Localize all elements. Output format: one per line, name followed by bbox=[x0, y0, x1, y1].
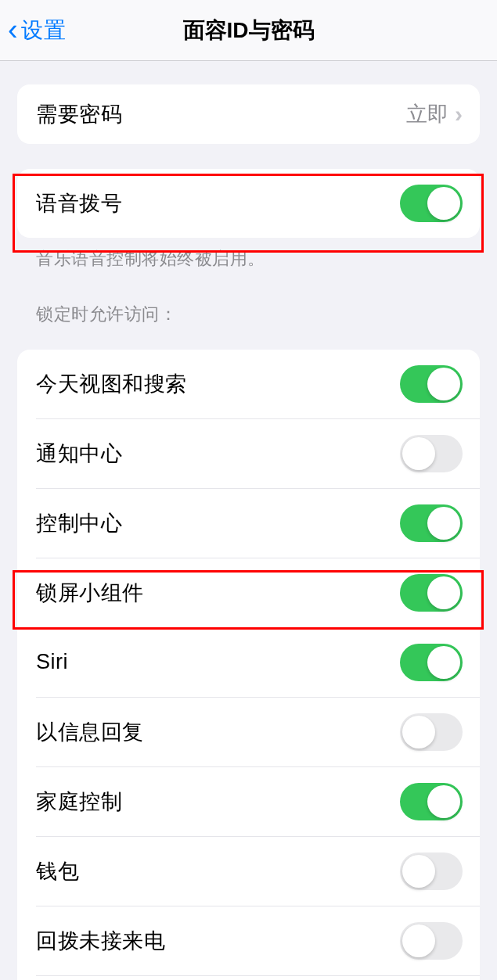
lock-access-toggle[interactable] bbox=[400, 783, 463, 820]
lock-access-toggle[interactable] bbox=[400, 853, 463, 890]
lock-access-label: 回拨未接来电 bbox=[36, 927, 165, 955]
lock-access-label: 家庭控制 bbox=[36, 788, 122, 816]
lock-access-toggle[interactable] bbox=[400, 574, 463, 612]
require-passcode-row[interactable]: 需要密码 立即 › bbox=[17, 84, 480, 144]
lock-access-label: 通知中心 bbox=[36, 440, 122, 468]
navigation-bar: ‹ 设置 面容ID与密码 bbox=[0, 0, 497, 61]
lock-access-row: USB配件 bbox=[36, 975, 480, 980]
lock-access-header: 锁定时允许访问： bbox=[17, 271, 480, 336]
voice-dial-label: 语音拨号 bbox=[36, 189, 122, 217]
lock-access-label: 钱包 bbox=[36, 857, 79, 885]
voice-dial-toggle[interactable] bbox=[400, 185, 463, 222]
chevron-right-icon: › bbox=[455, 101, 463, 127]
lock-access-toggle[interactable] bbox=[400, 435, 463, 472]
lock-access-toggle[interactable] bbox=[400, 713, 463, 751]
lock-access-label: 今天视图和搜索 bbox=[36, 370, 187, 398]
lock-access-toggle[interactable] bbox=[400, 922, 463, 960]
require-passcode-group: 需要密码 立即 › bbox=[17, 84, 480, 144]
voice-dial-group: 语音拨号 bbox=[17, 169, 480, 238]
lock-access-row: 以信息回复 bbox=[36, 697, 480, 766]
chevron-left-icon: ‹ bbox=[8, 13, 18, 47]
back-button[interactable]: ‹ 设置 bbox=[0, 13, 67, 47]
lock-access-label: 控制中心 bbox=[36, 509, 122, 537]
require-passcode-value: 立即 bbox=[406, 100, 448, 128]
require-passcode-label: 需要密码 bbox=[36, 100, 122, 128]
lock-access-row: 控制中心 bbox=[36, 488, 480, 558]
lock-access-toggle[interactable] bbox=[400, 365, 463, 403]
lock-access-row: 通知中心 bbox=[36, 418, 480, 488]
lock-access-row: 今天视图和搜索 bbox=[17, 350, 480, 418]
lock-access-row: 回拨未接来电 bbox=[36, 906, 480, 975]
lock-access-row: Siri bbox=[36, 627, 480, 697]
page-title: 面容ID与密码 bbox=[183, 16, 315, 45]
lock-access-group: 今天视图和搜索通知中心控制中心锁屏小组件Siri以信息回复家庭控制钱包回拨未接来… bbox=[17, 350, 480, 980]
voice-dial-footer: 音乐语音控制将始终被启用。 bbox=[17, 238, 480, 271]
lock-access-label: 锁屏小组件 bbox=[36, 579, 144, 607]
lock-access-toggle[interactable] bbox=[400, 644, 463, 681]
lock-access-row: 锁屏小组件 bbox=[36, 558, 480, 627]
lock-access-toggle[interactable] bbox=[400, 504, 463, 542]
lock-access-label: Siri bbox=[36, 650, 68, 674]
voice-dial-row: 语音拨号 bbox=[17, 169, 480, 238]
back-label: 设置 bbox=[21, 16, 67, 45]
row-value-container: 立即 › bbox=[406, 100, 463, 128]
lock-access-row: 钱包 bbox=[36, 836, 480, 906]
lock-access-label: 以信息回复 bbox=[36, 718, 144, 746]
lock-access-row: 家庭控制 bbox=[36, 766, 480, 836]
